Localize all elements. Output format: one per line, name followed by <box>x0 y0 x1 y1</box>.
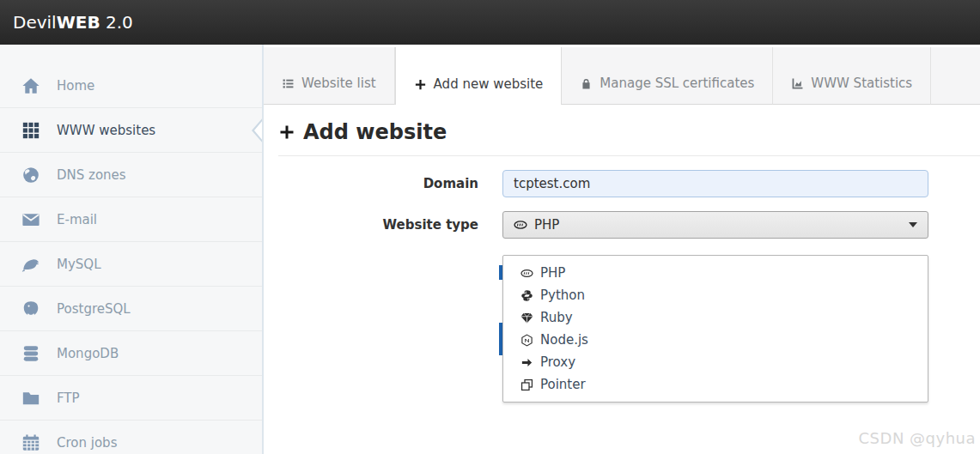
sidebar-item-mysql[interactable]: MySQL <box>0 242 262 287</box>
sidebar-item-label: MongoDB <box>57 346 119 361</box>
php-icon <box>520 267 533 280</box>
globe-icon <box>21 166 40 185</box>
plus-icon <box>414 78 427 91</box>
page-title: Add website <box>278 120 980 156</box>
brand-bold: WEB <box>57 12 100 33</box>
option-label: Python <box>540 288 585 303</box>
sidebar-item-label: DNS zones <box>57 167 126 183</box>
option-python[interactable]: Python <box>503 284 928 306</box>
sidebar-item-home[interactable]: Home <box>0 64 262 108</box>
envelope-icon <box>21 210 40 229</box>
sidebar-item-label: PostgreSQL <box>57 301 131 317</box>
selected-option-label: PHP <box>534 217 559 233</box>
arrow-right-icon <box>520 356 533 369</box>
main-content: Website list Add new website Manage SSL … <box>264 45 980 454</box>
area-chart-icon <box>791 77 804 90</box>
tab-add-new-website[interactable]: Add new website <box>395 47 563 105</box>
option-label: Node.js <box>540 332 588 348</box>
folder-icon <box>21 389 40 408</box>
sidebar-item-label: E-mail <box>57 212 97 227</box>
website-type-label: Website type <box>264 217 478 233</box>
mysql-dolphin-icon <box>21 255 40 274</box>
chevron-down-icon <box>909 222 917 227</box>
home-icon <box>21 76 40 95</box>
sidebar-item-label: Cron jobs <box>57 435 117 451</box>
sidebar-item-email[interactable]: E-mail <box>0 197 262 242</box>
option-proxy[interactable]: Proxy <box>503 351 928 373</box>
domain-label: Domain <box>264 176 478 191</box>
php-icon <box>514 218 527 232</box>
database-icon <box>21 344 40 363</box>
ruby-icon <box>520 312 533 324</box>
list-icon <box>282 77 295 90</box>
plus-icon <box>278 124 295 141</box>
option-label: Pointer <box>540 377 586 392</box>
tab-label: Manage SSL certificates <box>600 76 754 91</box>
website-type-row: Website type PHP <box>264 211 980 239</box>
option-ruby[interactable]: Ruby <box>503 306 928 329</box>
sidebar-item-dns-zones[interactable]: DNS zones <box>0 153 262 197</box>
grid-icon <box>21 121 40 140</box>
page-title-text: Add website <box>303 120 447 144</box>
app-body: Home WWW websites DNS zones E-mail MySQL <box>0 45 980 454</box>
brand-version: 2.0 <box>106 12 133 33</box>
sidebar-item-cron-jobs[interactable]: Cron jobs <box>0 421 262 454</box>
add-website-form: Domain Website type PHP <box>264 170 980 239</box>
sidebar-item-label: FTP <box>57 390 80 406</box>
sidebar-item-postgresql[interactable]: PostgreSQL <box>0 287 262 331</box>
python-icon <box>520 289 533 302</box>
sidebar: Home WWW websites DNS zones E-mail MySQL <box>0 45 264 454</box>
tab-bar: Website list Add new website Manage SSL … <box>264 47 980 105</box>
option-nodejs[interactable]: Node.js <box>503 329 928 351</box>
option-label: Proxy <box>540 354 575 370</box>
watermark: CSDN @qyhua <box>859 429 976 447</box>
app-title: DevilWEB 2.0 <box>13 12 133 33</box>
option-pointer[interactable]: Pointer <box>503 373 928 396</box>
sidebar-item-ftp[interactable]: FTP <box>0 376 262 421</box>
option-label: Ruby <box>540 310 573 325</box>
tab-bar-filler <box>931 47 980 105</box>
sidebar-item-mongodb[interactable]: MongoDB <box>0 331 262 376</box>
app-header: DevilWEB 2.0 <box>0 0 980 45</box>
domain-row: Domain <box>264 170 980 197</box>
sidebar-item-label: WWW websites <box>57 123 155 138</box>
tab-label: Website list <box>301 76 376 91</box>
postgresql-elephant-icon <box>21 300 40 318</box>
website-type-select[interactable]: PHP <box>502 211 928 239</box>
lock-icon <box>580 77 593 90</box>
sidebar-item-www-websites[interactable]: WWW websites <box>0 108 262 153</box>
website-type-dropdown: PHP Python Ruby <box>502 255 928 403</box>
tab-label: WWW Statistics <box>811 76 912 91</box>
tab-manage-ssl-certificates[interactable]: Manage SSL certificates <box>562 47 773 105</box>
copy-icon <box>520 378 533 391</box>
option-label: PHP <box>540 265 565 281</box>
tab-website-list[interactable]: Website list <box>264 47 395 105</box>
tab-label: Add new website <box>434 76 544 92</box>
option-php[interactable]: PHP <box>503 262 928 284</box>
calendar-icon <box>21 433 40 452</box>
tab-www-statistics[interactable]: WWW Statistics <box>773 47 931 105</box>
sidebar-item-label: Home <box>57 78 94 94</box>
nodejs-icon <box>520 334 533 347</box>
domain-input[interactable] <box>502 170 928 197</box>
sidebar-item-label: MySQL <box>57 257 101 272</box>
brand-normal: Devil <box>13 12 57 33</box>
